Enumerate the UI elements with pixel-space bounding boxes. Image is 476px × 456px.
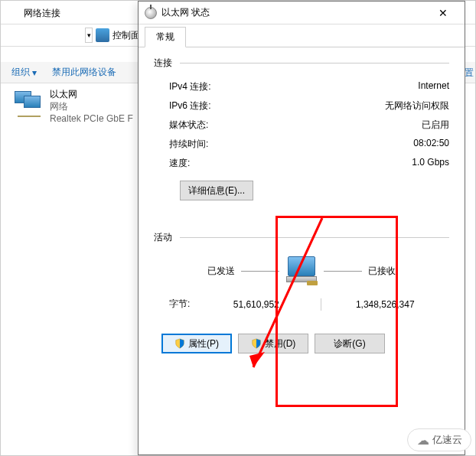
computer-icon (285, 255, 318, 287)
adapter-labels: 以太网 网络 Realtek PCIe GbE F (50, 88, 133, 125)
brand-watermark: ☁ 亿速云 (407, 428, 471, 451)
bytes-received-value: 1,348,526,347 (337, 299, 435, 310)
row-ipv4: IPv4 连接: Internet (154, 77, 449, 96)
adapter-name: 以太网 (50, 88, 133, 100)
shield-icon (174, 338, 185, 349)
line-icon (324, 271, 362, 272)
details-button[interactable]: 详细信息(E)... (180, 181, 253, 200)
toolbar-organize[interactable]: 组织 ▾ (11, 66, 37, 79)
connection-section-header: 连接 (154, 57, 449, 70)
cloud-icon: ☁ (417, 433, 429, 448)
properties-button[interactable]: 属性(P) (161, 334, 232, 353)
adapter-network: 网络 (50, 100, 133, 112)
divider (180, 237, 449, 238)
toolbar-disable-device[interactable]: 禁用此网络设备 (52, 66, 116, 79)
row-ipv6: IPv6 连接: 无网络访问权限 (154, 96, 449, 116)
row-duration: 持续时间: 08:02:50 (154, 135, 449, 154)
bytes-sent-value: 51,610,952 (207, 299, 305, 310)
disable-button[interactable]: 禁用(D) (238, 334, 308, 353)
adapter-device: Realtek PCIe GbE F (50, 112, 133, 125)
sent-label: 已发送 (189, 265, 235, 278)
bg-window-title: 网络连接 (24, 7, 60, 20)
divider (180, 63, 449, 64)
bytes-row: 字节: 51,610,952 1,348,526,347 (154, 298, 449, 311)
shield-icon (251, 338, 262, 349)
tab-general[interactable]: 常规 (145, 27, 186, 47)
bytes-label: 字节: (169, 298, 207, 311)
breadcrumb-chevron[interactable]: ▾ (85, 28, 93, 43)
tab-strip: 常规 (139, 24, 465, 47)
diagnose-button[interactable]: 诊断(G) (315, 334, 385, 353)
activity-section-header: 活动 (154, 231, 449, 244)
ethernet-status-dialog: 以太网 状态 ✕ 常规 连接 IPv4 连接: Internet IPv6 连接… (138, 1, 465, 455)
dialog-title: 以太网 状态 (161, 6, 428, 19)
dialog-titlebar: 以太网 状态 ✕ (139, 2, 465, 24)
control-panel-icon (96, 28, 109, 42)
brand-text: 亿速云 (432, 433, 462, 447)
received-label: 已接收 (368, 265, 414, 278)
ethernet-adapter-icon (11, 88, 44, 120)
row-media-state: 媒体状态: 已启用 (154, 116, 449, 135)
row-speed: 速度: 1.0 Gbps (154, 154, 449, 173)
separator (321, 298, 321, 311)
activity-section: 活动 已发送 已接收 字节: 51,610,952 1,348,526,347 (154, 231, 449, 353)
breadcrumb-text[interactable]: 控制面 (112, 29, 140, 42)
activity-visual: 已发送 已接收 (154, 255, 449, 287)
close-button[interactable]: ✕ (428, 2, 458, 24)
ethernet-status-icon (145, 7, 157, 19)
dialog-body: 连接 IPv4 连接: Internet IPv6 连接: 无网络访问权限 媒体… (139, 47, 465, 363)
line-icon (241, 271, 279, 272)
adapter-item[interactable]: 以太网 网络 Realtek PCIe GbE F (11, 88, 133, 125)
action-buttons: 属性(P) 禁用(D) 诊断(G) (154, 334, 449, 353)
dropdown-arrow-icon: ▾ (32, 67, 37, 78)
